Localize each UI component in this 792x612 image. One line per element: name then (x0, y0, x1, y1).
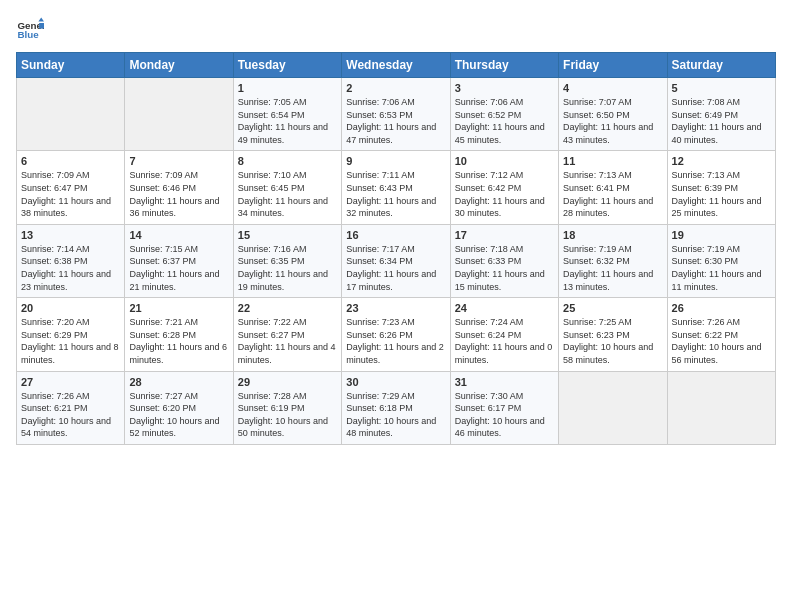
column-header-tuesday: Tuesday (233, 53, 341, 78)
svg-text:Blue: Blue (17, 29, 39, 40)
calendar-cell: 17Sunrise: 7:18 AM Sunset: 6:33 PM Dayli… (450, 224, 558, 297)
week-row-1: 1Sunrise: 7:05 AM Sunset: 6:54 PM Daylig… (17, 78, 776, 151)
day-info: Sunrise: 7:06 AM Sunset: 6:53 PM Dayligh… (346, 96, 445, 146)
calendar-cell: 28Sunrise: 7:27 AM Sunset: 6:20 PM Dayli… (125, 371, 233, 444)
day-number: 31 (455, 376, 554, 388)
logo-icon: General Blue (16, 16, 44, 44)
column-header-monday: Monday (125, 53, 233, 78)
calendar-cell: 16Sunrise: 7:17 AM Sunset: 6:34 PM Dayli… (342, 224, 450, 297)
column-header-thursday: Thursday (450, 53, 558, 78)
day-info: Sunrise: 7:06 AM Sunset: 6:52 PM Dayligh… (455, 96, 554, 146)
day-number: 25 (563, 302, 662, 314)
day-number: 27 (21, 376, 120, 388)
day-info: Sunrise: 7:24 AM Sunset: 6:24 PM Dayligh… (455, 316, 554, 366)
day-number: 13 (21, 229, 120, 241)
day-info: Sunrise: 7:19 AM Sunset: 6:32 PM Dayligh… (563, 243, 662, 293)
week-row-5: 27Sunrise: 7:26 AM Sunset: 6:21 PM Dayli… (17, 371, 776, 444)
calendar-cell: 22Sunrise: 7:22 AM Sunset: 6:27 PM Dayli… (233, 298, 341, 371)
day-number: 23 (346, 302, 445, 314)
calendar-cell: 3Sunrise: 7:06 AM Sunset: 6:52 PM Daylig… (450, 78, 558, 151)
day-number: 6 (21, 155, 120, 167)
day-info: Sunrise: 7:13 AM Sunset: 6:39 PM Dayligh… (672, 169, 771, 219)
column-header-saturday: Saturday (667, 53, 775, 78)
day-info: Sunrise: 7:14 AM Sunset: 6:38 PM Dayligh… (21, 243, 120, 293)
day-number: 26 (672, 302, 771, 314)
calendar-cell: 6Sunrise: 7:09 AM Sunset: 6:47 PM Daylig… (17, 151, 125, 224)
calendar-cell: 23Sunrise: 7:23 AM Sunset: 6:26 PM Dayli… (342, 298, 450, 371)
calendar-cell: 27Sunrise: 7:26 AM Sunset: 6:21 PM Dayli… (17, 371, 125, 444)
logo: General Blue (16, 16, 48, 44)
week-row-3: 13Sunrise: 7:14 AM Sunset: 6:38 PM Dayli… (17, 224, 776, 297)
calendar-cell: 19Sunrise: 7:19 AM Sunset: 6:30 PM Dayli… (667, 224, 775, 297)
day-info: Sunrise: 7:22 AM Sunset: 6:27 PM Dayligh… (238, 316, 337, 366)
calendar-cell: 14Sunrise: 7:15 AM Sunset: 6:37 PM Dayli… (125, 224, 233, 297)
calendar-cell (667, 371, 775, 444)
day-info: Sunrise: 7:07 AM Sunset: 6:50 PM Dayligh… (563, 96, 662, 146)
calendar-cell: 21Sunrise: 7:21 AM Sunset: 6:28 PM Dayli… (125, 298, 233, 371)
calendar-cell: 24Sunrise: 7:24 AM Sunset: 6:24 PM Dayli… (450, 298, 558, 371)
day-number: 24 (455, 302, 554, 314)
day-number: 16 (346, 229, 445, 241)
day-number: 2 (346, 82, 445, 94)
day-info: Sunrise: 7:08 AM Sunset: 6:49 PM Dayligh… (672, 96, 771, 146)
day-number: 28 (129, 376, 228, 388)
calendar-cell: 26Sunrise: 7:26 AM Sunset: 6:22 PM Dayli… (667, 298, 775, 371)
day-number: 19 (672, 229, 771, 241)
calendar-container: General Blue SundayMondayTuesdayWednesda… (0, 0, 792, 453)
day-info: Sunrise: 7:23 AM Sunset: 6:26 PM Dayligh… (346, 316, 445, 366)
calendar-cell: 31Sunrise: 7:30 AM Sunset: 6:17 PM Dayli… (450, 371, 558, 444)
calendar-header-row: SundayMondayTuesdayWednesdayThursdayFrid… (17, 53, 776, 78)
calendar-cell: 12Sunrise: 7:13 AM Sunset: 6:39 PM Dayli… (667, 151, 775, 224)
day-number: 8 (238, 155, 337, 167)
week-row-4: 20Sunrise: 7:20 AM Sunset: 6:29 PM Dayli… (17, 298, 776, 371)
day-number: 30 (346, 376, 445, 388)
column-header-sunday: Sunday (17, 53, 125, 78)
calendar-cell (125, 78, 233, 151)
day-number: 3 (455, 82, 554, 94)
day-info: Sunrise: 7:12 AM Sunset: 6:42 PM Dayligh… (455, 169, 554, 219)
calendar-cell: 11Sunrise: 7:13 AM Sunset: 6:41 PM Dayli… (559, 151, 667, 224)
week-row-2: 6Sunrise: 7:09 AM Sunset: 6:47 PM Daylig… (17, 151, 776, 224)
day-info: Sunrise: 7:21 AM Sunset: 6:28 PM Dayligh… (129, 316, 228, 366)
calendar-cell: 25Sunrise: 7:25 AM Sunset: 6:23 PM Dayli… (559, 298, 667, 371)
day-number: 11 (563, 155, 662, 167)
day-info: Sunrise: 7:26 AM Sunset: 6:22 PM Dayligh… (672, 316, 771, 366)
day-info: Sunrise: 7:20 AM Sunset: 6:29 PM Dayligh… (21, 316, 120, 366)
calendar-cell: 18Sunrise: 7:19 AM Sunset: 6:32 PM Dayli… (559, 224, 667, 297)
calendar-cell: 8Sunrise: 7:10 AM Sunset: 6:45 PM Daylig… (233, 151, 341, 224)
calendar-cell: 10Sunrise: 7:12 AM Sunset: 6:42 PM Dayli… (450, 151, 558, 224)
day-info: Sunrise: 7:13 AM Sunset: 6:41 PM Dayligh… (563, 169, 662, 219)
day-info: Sunrise: 7:17 AM Sunset: 6:34 PM Dayligh… (346, 243, 445, 293)
svg-marker-3 (39, 23, 44, 29)
calendar-cell: 13Sunrise: 7:14 AM Sunset: 6:38 PM Dayli… (17, 224, 125, 297)
column-header-friday: Friday (559, 53, 667, 78)
day-number: 17 (455, 229, 554, 241)
calendar-cell: 29Sunrise: 7:28 AM Sunset: 6:19 PM Dayli… (233, 371, 341, 444)
day-number: 9 (346, 155, 445, 167)
day-info: Sunrise: 7:19 AM Sunset: 6:30 PM Dayligh… (672, 243, 771, 293)
day-info: Sunrise: 7:28 AM Sunset: 6:19 PM Dayligh… (238, 390, 337, 440)
day-info: Sunrise: 7:11 AM Sunset: 6:43 PM Dayligh… (346, 169, 445, 219)
day-number: 29 (238, 376, 337, 388)
day-info: Sunrise: 7:27 AM Sunset: 6:20 PM Dayligh… (129, 390, 228, 440)
day-number: 5 (672, 82, 771, 94)
column-header-wednesday: Wednesday (342, 53, 450, 78)
day-info: Sunrise: 7:09 AM Sunset: 6:47 PM Dayligh… (21, 169, 120, 219)
day-info: Sunrise: 7:25 AM Sunset: 6:23 PM Dayligh… (563, 316, 662, 366)
calendar-header: General Blue (16, 16, 776, 44)
calendar-cell: 5Sunrise: 7:08 AM Sunset: 6:49 PM Daylig… (667, 78, 775, 151)
day-info: Sunrise: 7:15 AM Sunset: 6:37 PM Dayligh… (129, 243, 228, 293)
calendar-table: SundayMondayTuesdayWednesdayThursdayFrid… (16, 52, 776, 445)
day-number: 15 (238, 229, 337, 241)
calendar-cell: 15Sunrise: 7:16 AM Sunset: 6:35 PM Dayli… (233, 224, 341, 297)
calendar-cell: 4Sunrise: 7:07 AM Sunset: 6:50 PM Daylig… (559, 78, 667, 151)
day-number: 12 (672, 155, 771, 167)
calendar-cell: 20Sunrise: 7:20 AM Sunset: 6:29 PM Dayli… (17, 298, 125, 371)
day-number: 1 (238, 82, 337, 94)
calendar-cell: 1Sunrise: 7:05 AM Sunset: 6:54 PM Daylig… (233, 78, 341, 151)
calendar-cell (559, 371, 667, 444)
day-info: Sunrise: 7:05 AM Sunset: 6:54 PM Dayligh… (238, 96, 337, 146)
calendar-cell: 9Sunrise: 7:11 AM Sunset: 6:43 PM Daylig… (342, 151, 450, 224)
day-info: Sunrise: 7:16 AM Sunset: 6:35 PM Dayligh… (238, 243, 337, 293)
calendar-cell (17, 78, 125, 151)
